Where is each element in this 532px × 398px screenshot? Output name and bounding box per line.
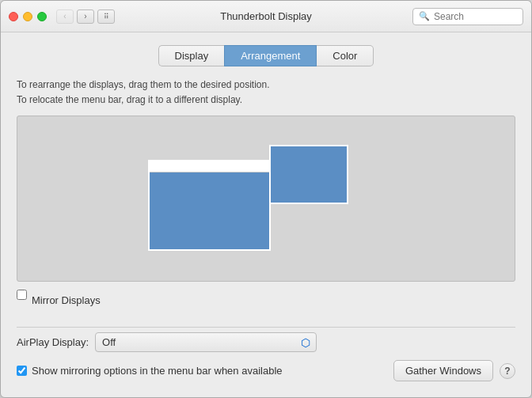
- mirror-checkbox[interactable]: [17, 290, 27, 300]
- divider: [17, 327, 515, 328]
- gather-windows-area: Gather Windows ?: [393, 360, 515, 381]
- close-button[interactable]: [9, 12, 18, 21]
- airplay-label: AirPlay Display:: [17, 336, 89, 348]
- window-title: Thunderbolt Display: [220, 10, 312, 22]
- show-mirroring-left: Show mirroring options in the menu bar w…: [17, 365, 283, 377]
- show-mirroring-checkbox[interactable]: [17, 366, 27, 376]
- airplay-select[interactable]: Off On: [95, 332, 317, 352]
- show-mirroring-row: Show mirroring options in the menu bar w…: [17, 360, 515, 381]
- maximize-button[interactable]: [37, 12, 47, 21]
- mirror-label: Mirror Displays: [32, 294, 101, 306]
- app-grid-button[interactable]: ⠿: [97, 9, 115, 24]
- airplay-select-wrapper: Off On ⬡: [95, 332, 317, 352]
- titlebar: ‹ › ⠿ Thunderbolt Display 🔍: [1, 1, 531, 32]
- search-box[interactable]: 🔍: [412, 8, 523, 25]
- instructions: To rearrange the displays, drag them to …: [17, 78, 515, 108]
- tab-bar: Display Arrangement Color: [17, 45, 515, 66]
- display-menubar: [150, 161, 269, 172]
- tab-arrangement[interactable]: Arrangement: [224, 45, 317, 66]
- mirror-row: Mirror Displays: [17, 290, 515, 311]
- instruction-line1: To rearrange the displays, drag them to …: [17, 78, 515, 93]
- traffic-lights: [9, 12, 47, 21]
- main-window: ‹ › ⠿ Thunderbolt Display 🔍 Display Arra…: [0, 0, 532, 398]
- search-icon: 🔍: [419, 11, 430, 21]
- search-input[interactable]: [434, 11, 517, 22]
- forward-button[interactable]: ›: [77, 9, 94, 24]
- show-mirroring-label: Show mirroring options in the menu bar w…: [32, 365, 283, 377]
- back-button[interactable]: ‹: [56, 9, 74, 24]
- airplay-row: AirPlay Display: Off On ⬡: [17, 332, 515, 352]
- nav-buttons: ‹ ›: [56, 9, 94, 24]
- gather-windows-button[interactable]: Gather Windows: [393, 360, 493, 381]
- bottom-section: AirPlay Display: Off On ⬡ Show mirroring…: [17, 332, 515, 385]
- content-area: Display Arrangement Color To rearrange t…: [1, 32, 531, 397]
- tab-color[interactable]: Color: [317, 45, 374, 66]
- instruction-line2: To relocate the menu bar, drag it to a d…: [17, 93, 515, 108]
- arrangement-area: [17, 116, 515, 282]
- minimize-button[interactable]: [23, 12, 32, 21]
- help-button[interactable]: ?: [500, 363, 515, 379]
- display-primary[interactable]: [148, 160, 271, 251]
- display-secondary[interactable]: [269, 145, 348, 204]
- tab-display[interactable]: Display: [158, 45, 225, 66]
